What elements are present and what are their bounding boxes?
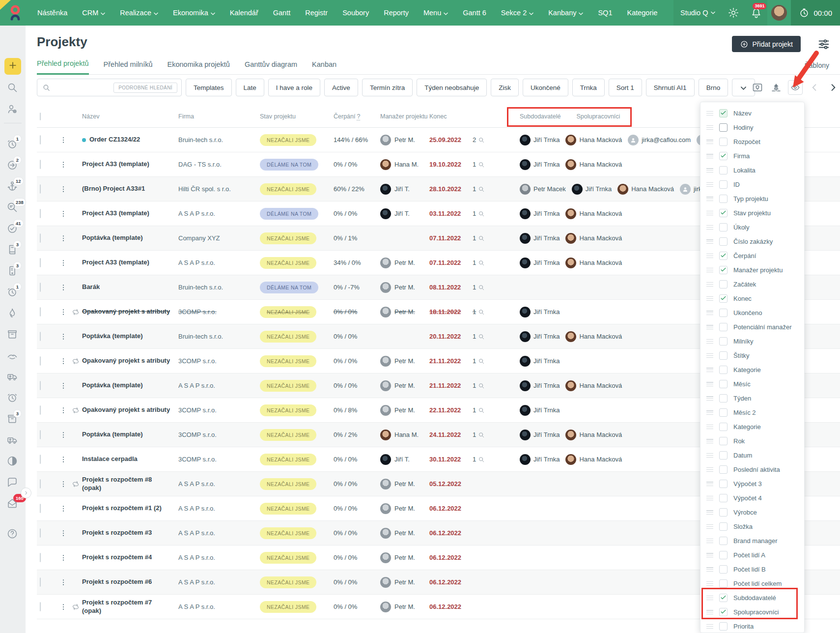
project-name[interactable]: Poptávka (template) <box>82 431 178 438</box>
drag-handle-icon[interactable] <box>706 453 713 458</box>
filter-chip-active[interactable]: Active <box>324 79 358 96</box>
project-name[interactable]: Opakovaný projekt s atributy <box>82 308 178 316</box>
filter-chip-shrnuti-ai1[interactable]: Shrnutí AI1 <box>646 79 695 96</box>
project-name[interactable]: Projekt s rozpočtem #6 <box>82 578 178 586</box>
column-toggle-kategorie-22[interactable]: Kategorie <box>700 420 804 434</box>
drag-handle-icon[interactable] <box>706 211 713 215</box>
column-toggle-potencialni-manazer-15[interactable]: Potenciální manažer <box>700 320 804 334</box>
nav-item-gantt[interactable]: Gantt <box>273 9 290 17</box>
project-name[interactable]: Projekt s rozpočtem #4 <box>82 553 178 561</box>
column-checkbox[interactable] <box>719 337 728 345</box>
tab-kanban[interactable]: Kanban <box>312 60 336 74</box>
sidebar-item-device-9[interactable]: 3 <box>6 265 19 278</box>
drag-handle-icon[interactable] <box>706 282 713 287</box>
sidebar-item-flame-11[interactable] <box>6 307 19 320</box>
column-checkbox[interactable] <box>719 508 728 517</box>
column-toggle-cislo-zakazky-9[interactable]: Číslo zakázky <box>700 234 804 249</box>
column-checkbox[interactable] <box>719 494 728 502</box>
drag-handle-icon[interactable] <box>706 510 713 515</box>
sidebar-item-search-1[interactable] <box>6 82 19 94</box>
row-menu-kebab-icon[interactable] <box>57 333 69 341</box>
sidebar-item-help-21[interactable] <box>6 528 19 541</box>
column-checkbox[interactable] <box>719 309 728 317</box>
project-name[interactable]: Instalace cerpadla <box>82 455 178 463</box>
row-menu-kebab-icon[interactable] <box>57 308 69 316</box>
drag-handle-icon[interactable] <box>706 254 713 258</box>
drag-handle-icon[interactable] <box>706 140 713 144</box>
sidebar-item-book-8[interactable]: 3 <box>6 244 19 257</box>
nav-item-soubory[interactable]: Soubory <box>342 9 369 17</box>
column-toggle-milniky-16[interactable]: Milníky <box>700 334 804 348</box>
drag-handle-icon[interactable] <box>706 496 713 500</box>
drag-handle-icon[interactable] <box>706 339 713 344</box>
row-menu-kebab-icon[interactable] <box>57 210 69 218</box>
column-checkbox[interactable] <box>719 280 728 288</box>
nav-item-crm[interactable]: CRM <box>82 9 105 17</box>
filter-chip-tyden-neobsahuje[interactable]: Týden neobsahuje <box>417 79 487 96</box>
page-prev-chevron[interactable] <box>808 81 821 94</box>
sidebar-item-clock-check-7[interactable]: 41 <box>6 223 19 235</box>
time-tracker[interactable]: 00:00 <box>791 0 840 26</box>
column-toggle-id-5[interactable]: ID <box>700 177 804 192</box>
filter-chip-zisk[interactable]: Zisk <box>491 79 519 96</box>
column-checkbox[interactable] <box>719 180 728 189</box>
column-checkbox[interactable] <box>719 551 728 559</box>
column-checkbox[interactable] <box>719 252 728 260</box>
column-toggle-vypocet-3-26[interactable]: Výpočet 3 <box>700 477 804 491</box>
sidebar-item-alarm-15[interactable] <box>6 392 19 404</box>
col-header-konec[interactable]: Konec <box>429 113 473 120</box>
row-checkbox[interactable] <box>40 528 41 538</box>
row-checkbox[interactable] <box>40 455 41 464</box>
column-toggle-ukonceno-14[interactable]: Ukončeno <box>700 306 804 320</box>
column-toggle-tyden-20[interactable]: Týden <box>700 391 804 405</box>
drag-handle-icon[interactable] <box>706 311 713 315</box>
drag-handle-icon[interactable] <box>706 225 713 230</box>
drag-handle-icon[interactable] <box>706 624 713 629</box>
pipeline-view-icon[interactable] <box>769 81 783 94</box>
project-name[interactable]: (Brno) Project A33#1 <box>82 185 178 193</box>
column-toggle-posledni-aktivita-25[interactable]: Poslední aktivita <box>700 462 804 477</box>
column-toggle-konec-13[interactable]: Konec <box>700 291 804 306</box>
sidebar-item-ambulance-14[interactable] <box>6 371 19 383</box>
drag-handle-icon[interactable] <box>706 396 713 401</box>
row-menu-kebab-icon[interactable] <box>57 136 69 144</box>
nav-item-ekonomika[interactable]: Ekonomika <box>173 9 215 17</box>
nav-item-kalendar[interactable]: Kalendář <box>230 9 258 17</box>
drag-handle-icon[interactable] <box>706 368 713 372</box>
project-name[interactable]: Poptávka (template) <box>82 332 178 340</box>
row-checkbox[interactable] <box>40 209 41 218</box>
tasks-count[interactable]: 1 <box>473 456 516 463</box>
row-checkbox[interactable] <box>40 430 41 439</box>
tasks-count[interactable]: 1 <box>473 406 516 414</box>
row-checkbox[interactable] <box>40 553 41 562</box>
tasks-count[interactable]: 2 <box>473 136 516 144</box>
row-menu-kebab-icon[interactable] <box>57 505 69 513</box>
col-header-nazev[interactable]: Název <box>82 113 178 120</box>
drag-handle-icon[interactable] <box>706 539 713 543</box>
row-checkbox[interactable] <box>40 577 41 587</box>
tasks-count[interactable]: 1 <box>473 234 516 242</box>
column-toggle-pocet-lidi-a-31[interactable]: Počet lidí A <box>700 548 804 562</box>
drag-handle-icon[interactable] <box>706 182 713 187</box>
column-toggle-rok-23[interactable]: Rok <box>700 434 804 448</box>
drag-handle-icon[interactable] <box>706 410 713 415</box>
row-checkbox[interactable] <box>40 233 41 243</box>
row-checkbox[interactable] <box>40 184 41 194</box>
column-toggle-vyrobce-28[interactable]: Výrobce <box>700 505 804 519</box>
col-header-manazer[interactable]: Manažer projektu <box>380 113 429 120</box>
drag-handle-icon[interactable] <box>706 382 713 386</box>
columns-visibility-eye-button[interactable] <box>788 80 803 95</box>
column-toggle-datum-24[interactable]: Datum <box>700 448 804 462</box>
drag-handle-icon[interactable] <box>706 239 713 244</box>
row-menu-kebab-icon[interactable] <box>57 406 69 414</box>
col-header-stav[interactable]: Stav projektu <box>260 113 334 120</box>
column-toggle-priorita-36[interactable]: Priorita <box>700 619 804 633</box>
column-checkbox[interactable] <box>719 537 728 545</box>
drag-handle-icon[interactable] <box>706 154 713 158</box>
column-toggle-stav-projektu-7[interactable]: Stav projektu <box>700 206 804 220</box>
row-menu-kebab-icon[interactable] <box>57 456 69 463</box>
project-name[interactable]: Poptávka (template) <box>82 234 178 242</box>
sidebar-item-contrast-18[interactable] <box>6 455 19 468</box>
filter-chip-termin-zitra[interactable]: Termín zítra <box>362 79 413 96</box>
drag-handle-icon[interactable] <box>706 268 713 272</box>
